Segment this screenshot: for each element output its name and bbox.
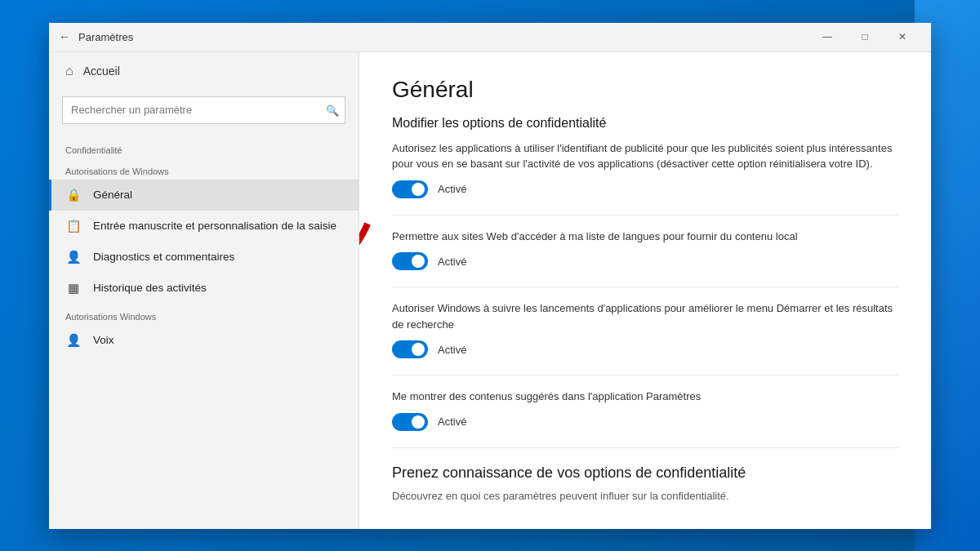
divider-4 [392, 447, 898, 448]
accueil-item[interactable]: ⌂ Accueil [49, 52, 359, 90]
langues-toggle-track [392, 252, 428, 270]
pub-toggle-row: Activé [392, 180, 898, 198]
suggestion-toggle-thumb [412, 415, 425, 429]
pub-toggle-label: Activé [438, 183, 466, 195]
privacy-item-lancement: Autoriser Windows à suivre les lancement… [392, 300, 898, 358]
history-icon: ▦ [65, 281, 82, 295]
langues-toggle-label: Activé [438, 256, 466, 268]
arrow-annotation [359, 216, 392, 362]
section-title: Modifier les options de confidentialité [392, 116, 898, 131]
sidebar-item-diagnostics[interactable]: 👤 Diagnostics et commentaires [49, 242, 359, 273]
divider-1 [392, 215, 898, 216]
pub-toggle-thumb [412, 183, 425, 196]
privacy-item-suggestion: Me montrer des contenus suggérés dans l'… [392, 389, 898, 431]
diagnostics-icon: 👤 [65, 250, 82, 264]
diagnostics-label: Diagnostics et commentaires [93, 250, 234, 264]
desktop: ← Paramètres — □ ✕ ⌂ Accueil 🔍 Confi [0, 0, 980, 551]
lancement-toggle-thumb [412, 343, 425, 356]
divider-2 [392, 287, 898, 287]
restore-button[interactable]: □ [846, 22, 884, 51]
langues-toggle-thumb [412, 255, 425, 268]
sidebar-item-historique[interactable]: ▦ Historique des activités [49, 273, 359, 304]
historique-label: Historique des activités [93, 281, 207, 295]
bottom-section-desc: Découvrez en quoi ces paramètres peuvent… [392, 488, 898, 504]
sidebar-item-entree[interactable]: 📋 Entrée manuscrite et personnalisation … [49, 211, 359, 242]
langues-toggle-row: Activé [392, 252, 898, 270]
lancement-desc: Autoriser Windows à suivre les lancement… [392, 300, 898, 332]
lancement-toggle-label: Activé [438, 344, 466, 356]
suggestion-toggle-label: Activé [438, 415, 466, 428]
window-title: Paramètres [78, 31, 133, 43]
search-box: 🔍 [62, 96, 345, 124]
langues-toggle[interactable] [392, 252, 428, 270]
window: ← Paramètres — □ ✕ ⌂ Accueil 🔍 Confi [49, 23, 931, 529]
pub-toggle-track [392, 180, 428, 198]
close-button[interactable]: ✕ [884, 22, 921, 51]
suggestion-toggle[interactable] [392, 413, 428, 431]
home-icon: ⌂ [65, 64, 74, 78]
confidentialite-section-header: Confidentialité [49, 137, 359, 158]
back-button[interactable]: ← [59, 30, 70, 43]
pub-toggle[interactable] [392, 180, 428, 198]
voice-icon: 👤 [65, 333, 82, 348]
suggestion-desc: Me montrer des contenus suggérés dans l'… [392, 389, 898, 405]
pub-desc: Autorisez les applications à utiliser l'… [392, 140, 898, 172]
lancement-toggle-track [392, 340, 428, 358]
minimize-button[interactable]: — [808, 22, 846, 51]
suggestion-toggle-track [392, 413, 428, 431]
accueil-label: Accueil [83, 64, 120, 78]
lancement-toggle-row: Activé [392, 340, 898, 358]
search-input[interactable] [62, 96, 345, 124]
titlebar: ← Paramètres — □ ✕ [49, 23, 931, 52]
main-panel: Général Modifier les options de confiden… [359, 52, 931, 529]
general-label: Général [93, 188, 132, 202]
entree-label: Entrée manuscrite et personnalisation de… [93, 219, 336, 233]
window-controls: — □ ✕ [808, 22, 921, 51]
page-title: Général [392, 77, 898, 103]
pencil-icon: 📋 [65, 219, 82, 233]
privacy-item-pub: Autorisez les applications à utiliser l'… [392, 140, 898, 198]
sidebar-item-general[interactable]: 🔒 Général [49, 180, 359, 211]
suggestion-toggle-row: Activé [392, 413, 898, 431]
autorisations-windows2-section-header: Autorisations Windows [49, 304, 359, 325]
voix-label: Voix [93, 333, 114, 348]
privacy-item-langues: Permettre aux sites Web d'accéder à ma l… [392, 229, 898, 271]
sidebar-item-voix[interactable]: 👤 Voix [49, 325, 359, 356]
lock-icon: 🔒 [65, 188, 82, 202]
divider-3 [392, 375, 898, 375]
lancement-toggle[interactable] [392, 340, 428, 358]
sidebar: ⌂ Accueil 🔍 Confidentialité Autorisation… [49, 52, 359, 529]
bottom-section-title: Prenez connaissance de vos options de co… [392, 464, 898, 482]
langues-desc: Permettre aux sites Web d'accéder à ma l… [392, 229, 898, 245]
content-area: ⌂ Accueil 🔍 Confidentialité Autorisation… [49, 52, 931, 529]
autorisations-windows-section-header: Autorisations de Windows [49, 158, 359, 180]
search-icon: 🔍 [326, 104, 339, 116]
